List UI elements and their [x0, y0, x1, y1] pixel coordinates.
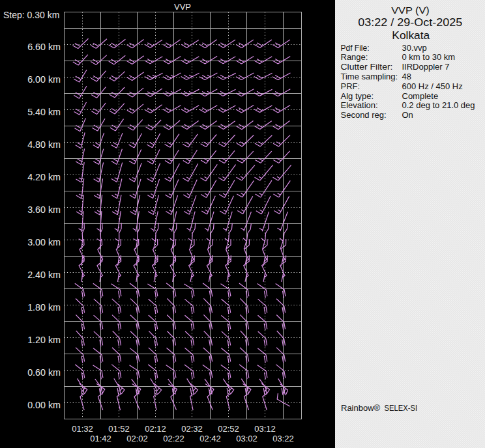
svg-text:Clutter Filter:: Clutter Filter:	[341, 62, 393, 72]
svg-text:1.20 km: 1.20 km	[27, 335, 61, 345]
svg-text:Time sampling:: Time sampling:	[341, 72, 398, 81]
svg-text:02:12: 02:12	[145, 424, 166, 434]
svg-text:SELEX-SI: SELEX-SI	[385, 403, 418, 413]
svg-text:03:12: 03:12	[254, 424, 276, 434]
svg-text:2.40 km: 2.40 km	[27, 270, 61, 280]
svg-text:02:42: 02:42	[199, 434, 221, 443]
svg-text:On: On	[402, 110, 413, 120]
svg-text:3.60 km: 3.60 km	[27, 204, 61, 215]
svg-text:VVP (V): VVP (V)	[391, 5, 430, 16]
svg-text:Alg type:: Alg type:	[341, 91, 374, 101]
svg-text:48: 48	[402, 72, 411, 81]
svg-text:Second reg:: Second reg:	[341, 110, 387, 120]
svg-text:Step: 0.30 km: Step: 0.30 km	[3, 10, 59, 20]
svg-text:VVP: VVP	[174, 2, 191, 12]
svg-text:30.vvp: 30.vvp	[402, 43, 427, 53]
svg-text:03:22: 03:22	[272, 434, 294, 443]
svg-text:03:22 / 29-Oct-2025: 03:22 / 29-Oct-2025	[358, 17, 462, 28]
svg-text:600 Hz / 450 Hz: 600 Hz / 450 Hz	[402, 81, 463, 91]
svg-text:Kolkata: Kolkata	[392, 29, 430, 42]
svg-text:01:42: 01:42	[90, 434, 111, 443]
svg-text:4.80 km: 4.80 km	[27, 139, 61, 150]
svg-text:02:32: 02:32	[181, 424, 203, 434]
svg-text:6.60 km: 6.60 km	[27, 42, 61, 52]
svg-text:PRF:: PRF:	[341, 81, 360, 91]
svg-text:Rainbow®: Rainbow®	[341, 403, 381, 413]
svg-text:6.00 km: 6.00 km	[27, 74, 61, 85]
svg-text:Complete: Complete	[402, 91, 439, 101]
svg-text:02:52: 02:52	[218, 424, 239, 434]
svg-text:4.20 km: 4.20 km	[27, 172, 61, 182]
svg-text:01:52: 01:52	[108, 424, 130, 434]
svg-text:02:02: 02:02	[126, 434, 148, 443]
svg-text:IIRDoppler 7: IIRDoppler 7	[402, 62, 450, 72]
svg-text:Pdf File:: Pdf File:	[341, 43, 370, 53]
svg-text:0.2 deg to 21.0 deg: 0.2 deg to 21.0 deg	[402, 100, 475, 110]
svg-text:0 km to 30 km: 0 km to 30 km	[402, 52, 456, 62]
svg-text:0.00 km: 0.00 km	[27, 400, 61, 410]
svg-text:5.40 km: 5.40 km	[27, 107, 61, 117]
svg-text:3.00 km: 3.00 km	[27, 237, 61, 247]
svg-text:03:02: 03:02	[236, 434, 257, 443]
svg-text:1.80 km: 1.80 km	[27, 302, 61, 313]
svg-text:02:22: 02:22	[163, 434, 184, 443]
svg-text:0.60 km: 0.60 km	[27, 367, 61, 378]
svg-text:Range:: Range:	[341, 52, 368, 62]
svg-text:01:32: 01:32	[72, 424, 93, 434]
svg-text:Elevation:: Elevation:	[341, 100, 378, 110]
